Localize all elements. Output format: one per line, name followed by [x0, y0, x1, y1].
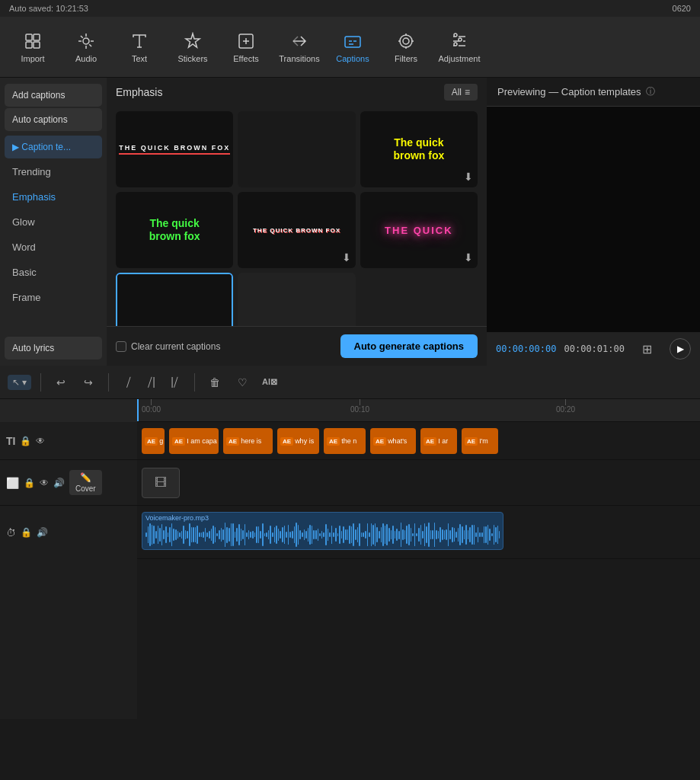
captions-label: Captions — [336, 54, 369, 63]
lock-icon-video[interactable]: 🔒 — [24, 478, 35, 488]
waveform-bar — [262, 523, 264, 545]
cursor-select-tool[interactable]: ↖ ▾ — [8, 375, 31, 390]
waveform-bar — [211, 529, 213, 540]
waveform-bar — [159, 528, 161, 542]
toolbar-filters[interactable]: Filters — [379, 21, 433, 74]
info-icon: ⓘ — [646, 85, 655, 98]
sidebar-item-basic[interactable]: Basic — [5, 261, 102, 284]
ae-icon: AE — [424, 437, 436, 446]
audio-icon-audio[interactable]: 🔊 — [37, 527, 48, 538]
waveform-bar — [446, 529, 447, 540]
toolbar-import[interactable]: Import — [6, 21, 59, 74]
play-button[interactable]: ▶ — [670, 338, 691, 360]
audio-track-row: Voicemaker-pro.mp3 — [137, 506, 700, 559]
left-panel: Add captions Auto captions ▶ Caption te.… — [0, 78, 107, 366]
cursor-icon: ↖ — [12, 377, 20, 388]
toolbar-transitions[interactable]: Transitions — [273, 21, 326, 74]
toolbar-text[interactable]: Text — [113, 21, 166, 74]
redo-button[interactable]: ↪ — [78, 372, 99, 393]
split-tool[interactable]: ⧸ — [118, 372, 139, 393]
toolbar-effects[interactable]: Effects — [219, 21, 273, 74]
video-clip[interactable]: 🎞 — [142, 468, 180, 498]
undo-button[interactable]: ↩ — [50, 372, 72, 393]
template-5[interactable]: THE QUICK BROWN FOX ⬇ — [238, 192, 355, 268]
clear-checkbox[interactable] — [116, 341, 126, 352]
auto-lyrics-button[interactable]: Auto lyrics — [5, 337, 102, 360]
svg-rect-0 — [26, 34, 32, 40]
audio-icon-video[interactable]: 🔊 — [53, 478, 65, 488]
waveform-bar — [495, 527, 497, 542]
waveform-bar — [309, 525, 311, 545]
preview-header: Previewing — Caption templates ⓘ — [487, 78, 700, 107]
waveform-bar — [376, 527, 378, 543]
template-4[interactable]: The quickbrown fox — [116, 192, 233, 268]
svg-point-4 — [83, 38, 89, 44]
waveform-bar — [242, 530, 244, 539]
waveform-bar — [238, 524, 240, 545]
template-8[interactable]: ⬇ — [238, 273, 355, 326]
download-icon-3: ⬇ — [464, 171, 473, 183]
toolbar-stickers[interactable]: Stickers — [166, 21, 219, 74]
sidebar-item-emphasis[interactable]: Emphasis — [5, 185, 102, 209]
effects-icon — [236, 31, 256, 51]
cover-label[interactable]: ✏️ Cover — [69, 470, 102, 495]
waveform-bar — [191, 527, 193, 542]
template-1[interactable]: THE QUICK BROWN FOX — [116, 111, 233, 187]
waveform-bar — [428, 523, 430, 547]
template-2[interactable] — [238, 111, 355, 187]
waveform-bar — [222, 529, 224, 539]
adjustment-icon — [449, 31, 469, 51]
waveform-bar — [206, 532, 208, 538]
clear-captions-label[interactable]: Clear current captions — [116, 341, 220, 352]
waveform-bar — [418, 528, 420, 542]
waveform-bar — [335, 528, 337, 542]
sidebar-item-word[interactable]: Word — [5, 235, 102, 259]
caption-clip-7[interactable]: AE I'm — [462, 428, 498, 454]
ai-tool[interactable]: AI⊠ — [259, 372, 280, 393]
sidebar-item-glow[interactable]: Glow — [5, 210, 102, 234]
template-7[interactable] — [116, 273, 233, 326]
caption-clip-4[interactable]: AE the n — [324, 428, 366, 454]
caption-clip-0[interactable]: AE g — [142, 428, 165, 454]
waveform-bar — [388, 528, 390, 542]
favorite-tool[interactable]: ♡ — [232, 372, 253, 393]
toolbar-audio[interactable]: Audio — [59, 21, 113, 74]
lock-icon-text[interactable]: 🔒 — [20, 436, 31, 446]
split-left-tool[interactable]: ⧸| — [141, 372, 162, 393]
waveform-bar — [225, 523, 226, 546]
caption-clip-5[interactable]: AE what's — [370, 428, 416, 454]
adjustment-label: Adjustment — [438, 54, 480, 63]
text-track-icon: TI — [6, 435, 15, 447]
waveform-bar — [345, 529, 347, 540]
caption-clip-2[interactable]: AE here is — [223, 428, 273, 454]
template-3[interactable]: The quickbrown fox ⬇ — [360, 111, 478, 187]
add-captions-button[interactable]: Add captions — [5, 84, 102, 107]
template-6[interactable]: THE QUICK ⬇ — [360, 192, 478, 268]
waveform-bar — [396, 529, 398, 541]
waveform-bar — [411, 528, 412, 542]
grid-view-icon[interactable]: ⊞ — [642, 342, 652, 356]
eye-icon-text[interactable]: 👁 — [36, 436, 45, 446]
sidebar-item-frame[interactable]: Frame — [5, 286, 102, 309]
waveform-bar — [276, 526, 277, 544]
ruler-mark-0: 00:00 — [142, 399, 161, 422]
lock-icon-audio[interactable]: 🔒 — [21, 527, 32, 538]
caption-clip-6[interactable]: AE I ar — [420, 428, 457, 454]
audio-clip[interactable]: Voicemaker-pro.mp3 — [142, 512, 503, 550]
caption-clip-1[interactable]: AE I am capa — [169, 428, 219, 454]
waveform-bar — [168, 532, 169, 537]
caption-clip-3[interactable]: AE why is — [277, 428, 319, 454]
split-right-tool[interactable]: |⧸ — [164, 372, 185, 393]
auto-captions-button[interactable]: Auto captions — [5, 108, 102, 131]
playhead[interactable] — [137, 399, 139, 421]
eye-icon-video[interactable]: 👁 — [40, 478, 49, 488]
caption-templates-button[interactable]: ▶ Caption te... — [5, 136, 102, 158]
toolbar-adjustment[interactable]: Adjustment — [433, 21, 486, 74]
sidebar-item-trending[interactable]: Trending — [5, 160, 102, 184]
toolbar-captions[interactable]: Captions — [326, 21, 379, 74]
waveform-bar — [215, 527, 216, 542]
filter-button[interactable]: All ≡ — [444, 84, 478, 101]
ae-icon: AE — [280, 437, 293, 446]
auto-generate-button[interactable]: Auto generate captions — [340, 334, 478, 358]
delete-tool[interactable]: 🗑 — [204, 372, 225, 393]
